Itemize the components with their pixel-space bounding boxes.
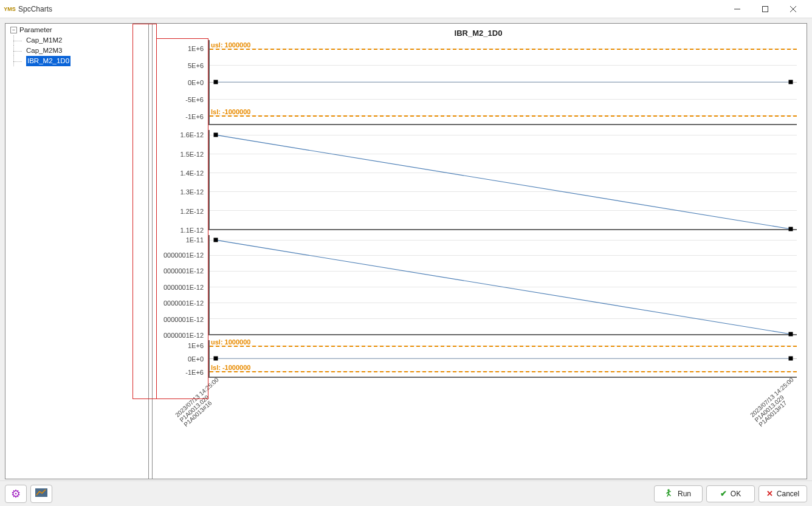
titlebar: YMS SpcCharts (0, 0, 812, 18)
ytick: -1E+6 (185, 113, 204, 120)
ytick: 0000001E-12 (163, 316, 204, 323)
maximize-icon (762, 6, 768, 12)
tree-item-label: Cap_M2M3 (26, 46, 62, 56)
data-marker (789, 227, 793, 231)
ytick: 1.3E-12 (180, 188, 204, 196)
xtick: 2023/07/13 14:25:00 P1A0013.029 P1A0013#… (749, 377, 803, 428)
svg-rect-0 (763, 6, 768, 12)
cancel-label: Cancel (777, 490, 799, 498)
svg-line-2 (216, 135, 791, 229)
ytick: 1.2E-12 (180, 208, 204, 215)
run-button[interactable]: Run (654, 485, 703, 502)
ytick: 1.5E-12 (180, 151, 204, 158)
subchart-stddev: Stddev 1.6E-12 1.5E-12 1.4E-12 1.3E-12 1… (154, 130, 803, 230)
chart-icon (35, 488, 47, 499)
tree-item[interactable]: Cap_M2M3 (5, 46, 148, 56)
parameter-tree[interactable]: − Parameter Cap_M1M2 Cap_M2M3 IBR_M2_1D0 (5, 24, 149, 479)
xtick: 2023/07/13 14:25:00 P1A0013.029 P1A0013#… (174, 377, 228, 428)
ytick: -1E+6 (185, 369, 204, 376)
cancel-button[interactable]: ✕ Cancel (759, 485, 807, 502)
ok-button[interactable]: ✔ OK (706, 485, 755, 502)
tree-root[interactable]: − Parameter (5, 25, 148, 35)
subchart-range: Range 1E-11 0000001E-12 0000001E-12 0000… (154, 235, 803, 335)
tree-item[interactable]: IBR_M2_1D0 (5, 56, 148, 66)
cancel-icon: ✕ (766, 489, 773, 498)
data-line (210, 40, 797, 124)
ok-label: OK (731, 490, 741, 498)
data-marker (213, 80, 218, 84)
minimize-icon (734, 6, 740, 12)
maximize-button[interactable] (751, 0, 779, 18)
run-label: Run (678, 490, 691, 498)
data-line (210, 340, 797, 377)
app-icon: YMS (5, 4, 15, 14)
data-marker (213, 357, 218, 361)
content-area: − Parameter Cap_M1M2 Cap_M2M3 IBR_M2_1D0… (0, 18, 812, 480)
tree-item-label: IBR_M2_1D0 (26, 56, 71, 66)
close-icon (790, 6, 796, 12)
chart-pane[interactable]: IBR_M2_1D0 Average 1E+6 5E+6 0E+0 -5E+6 … (153, 24, 807, 479)
ytick: 1E+6 (188, 342, 204, 349)
ytick: 0000001E-12 (163, 299, 204, 307)
subchart-rawdata: RawData 1E+6 0E+0 -1E+6 usl: 1000000 lsl… (154, 340, 803, 378)
ytick: 1E-11 (186, 236, 204, 244)
ytick: 5E+6 (188, 62, 204, 69)
data-marker (789, 332, 793, 337)
ytick: 0E+0 (188, 355, 204, 363)
window-title: SpcCharts (18, 5, 52, 13)
svg-line-3 (216, 240, 791, 334)
bottombar: ⚙ Run ✔ OK ✕ Cancel (0, 480, 812, 506)
ytick: 0000001E-12 (163, 267, 204, 275)
collapse-icon[interactable]: − (10, 27, 17, 33)
check-icon: ✔ (720, 489, 727, 498)
data-marker (789, 357, 793, 361)
ytick: 0000001E-12 (163, 332, 204, 339)
tree-item[interactable]: Cap_M1M2 (5, 35, 148, 46)
gear-icon: ⚙ (11, 487, 21, 501)
chart-title: IBR_M2_1D0 (154, 25, 803, 39)
ytick: 0E+0 (188, 79, 204, 86)
data-line (210, 130, 797, 229)
data-line (210, 235, 797, 334)
data-marker (789, 80, 793, 84)
settings-button[interactable]: ⚙ (5, 485, 27, 503)
tree-item-label: Cap_M1M2 (26, 35, 62, 46)
ytick: 0000001E-12 (163, 284, 204, 291)
tree-root-label: Parameter (19, 25, 52, 35)
ytick: -5E+6 (185, 96, 204, 103)
ytick: 1.6E-12 (180, 131, 204, 138)
close-button[interactable] (779, 0, 807, 18)
data-marker (213, 133, 218, 137)
run-icon (666, 488, 674, 499)
ytick: 1E+6 (188, 45, 204, 52)
ytick: 1.1E-12 (180, 227, 204, 234)
subchart-average: Average 1E+6 5E+6 0E+0 -5E+6 -1E+6 (154, 40, 803, 125)
data-marker (213, 238, 218, 242)
ytick: 0000001E-12 (163, 251, 204, 259)
ytick: 1.4E-12 (180, 169, 204, 177)
minimize-button[interactable] (723, 0, 751, 18)
chart-tool-button[interactable] (30, 485, 52, 503)
